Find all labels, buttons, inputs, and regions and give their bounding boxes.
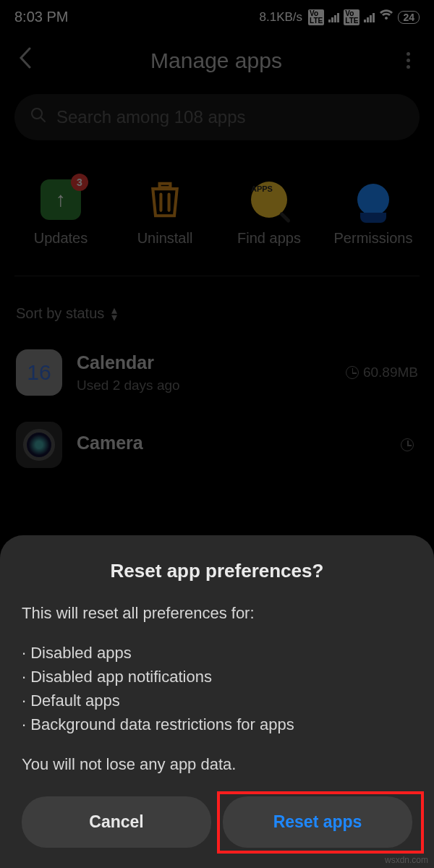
watermark: wsxdn.com xyxy=(385,855,428,865)
dialog-bullet: Disabled app notifications xyxy=(22,665,412,689)
reset-preferences-dialog: Reset app preferences? This will reset a… xyxy=(0,535,434,868)
reset-apps-button[interactable]: Reset apps xyxy=(223,796,412,848)
dialog-bullet: Background data restrictions for apps xyxy=(22,712,412,736)
dialog-bullet: Disabled apps xyxy=(22,641,412,665)
dialog-trail: You will not lose any app data. xyxy=(22,752,412,776)
dialog-title: Reset app preferences? xyxy=(22,560,412,582)
cancel-button[interactable]: Cancel xyxy=(22,796,211,848)
dialog-body: This will reset all preferences for: Dis… xyxy=(22,601,412,776)
dialog-bullet: Default apps xyxy=(22,689,412,712)
dialog-actions: Cancel Reset apps xyxy=(22,796,412,848)
dialog-lead: This will reset all preferences for: xyxy=(22,601,412,625)
